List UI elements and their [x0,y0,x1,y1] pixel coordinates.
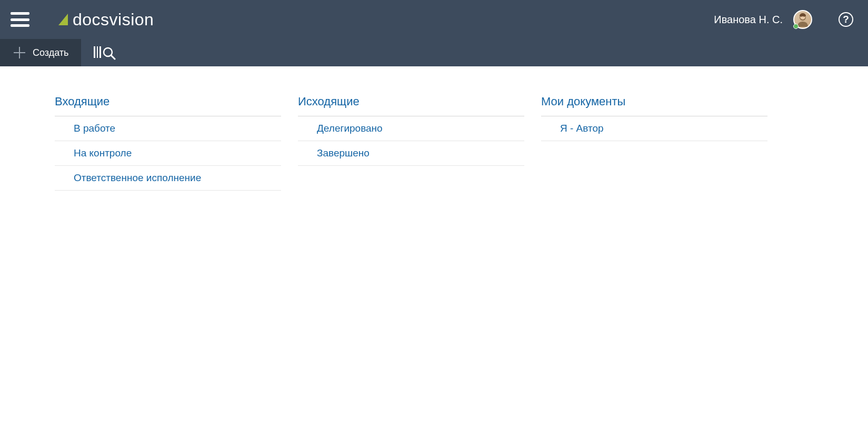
column-mydocs: Мои документы Я - Автор [541,95,767,191]
logo-mark-icon [58,14,68,25]
column-incoming: Входящие В работе На контроле Ответствен… [55,95,281,191]
list-item[interactable]: В работе [55,116,281,141]
svg-rect-3 [97,46,98,58]
svg-rect-2 [94,46,95,58]
list-item[interactable]: Делегировано [298,116,524,141]
dashboard-content: Входящие В работе На контроле Ответствен… [0,66,868,219]
svg-rect-4 [99,46,101,58]
list-item[interactable]: На контроле [55,141,281,166]
column-title-mydocs[interactable]: Мои документы [541,95,767,116]
help-icon[interactable]: ? [839,12,853,27]
column-title-outgoing[interactable]: Исходящие [298,95,524,116]
avatar[interactable] [793,10,812,29]
logo[interactable]: docsvision [58,10,154,29]
logo-text: docsvision [73,10,154,29]
column-outgoing: Исходящие Делегировано Завершено [298,95,524,191]
create-button-label: Создать [33,47,68,58]
barcode-search-icon [94,45,117,60]
user-name[interactable]: Иванова Н. С. [714,14,783,26]
svg-line-6 [111,55,115,59]
list-item[interactable]: Завершено [298,141,524,166]
status-online-icon [793,24,799,29]
header: docsvision Иванова Н. С. ? [0,0,868,39]
list-item[interactable]: Ответственное исполнение [55,166,281,191]
barcode-search-button[interactable] [81,39,129,66]
plus-icon [14,47,25,58]
column-title-incoming[interactable]: Входящие [55,95,281,116]
hamburger-menu-icon[interactable] [11,12,29,27]
create-button[interactable]: Создать [0,39,81,66]
toolbar: Создать [0,39,868,66]
header-right: Иванова Н. С. ? [714,10,853,29]
header-left: docsvision [11,10,154,29]
list-item[interactable]: Я - Автор [541,116,767,141]
